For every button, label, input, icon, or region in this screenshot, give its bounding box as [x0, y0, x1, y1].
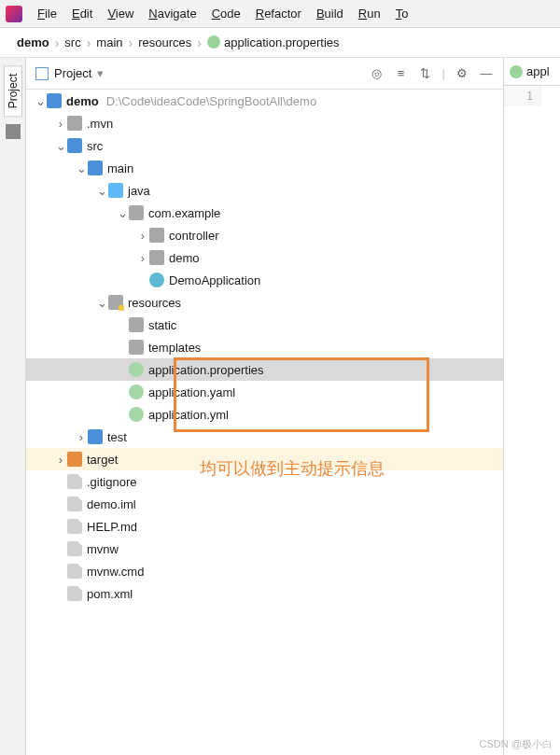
node-label: java	[128, 184, 150, 198]
tree-node[interactable]: demo.iml	[26, 493, 503, 515]
chevron-down-icon[interactable]: ⌄	[34, 94, 47, 108]
node-label: templates	[148, 341, 201, 355]
config-file-icon	[510, 65, 523, 78]
fold-lblue-icon	[108, 183, 123, 198]
tree-node[interactable]: templates	[26, 336, 503, 358]
panel-title[interactable]: Project	[54, 66, 91, 80]
menubar: FileEditViewNavigateCodeRefactorBuildRun…	[0, 0, 560, 28]
dropdown-icon[interactable]: ▾	[97, 66, 104, 80]
tree-arrow-icon[interactable]: ›	[54, 117, 67, 131]
project-tool-tab[interactable]: Project	[4, 65, 22, 117]
node-label: controller	[169, 229, 218, 243]
fold-grey-icon	[149, 228, 164, 243]
node-label: resources	[128, 296, 181, 310]
chevron-right-icon: ›	[87, 35, 91, 50]
breadcrumb-item[interactable]: application.properties	[203, 34, 343, 51]
tree-body[interactable]: ⌄ demo D:\Code\ideaCode\SpringBootAll\de…	[26, 90, 503, 755]
tree-node[interactable]: ⌄com.example	[26, 202, 503, 224]
menu-file[interactable]: File	[30, 3, 64, 24]
breadcrumb-item[interactable]: main	[92, 34, 126, 51]
target-icon[interactable]: ◎	[370, 66, 385, 81]
chevron-right-icon: ›	[129, 35, 133, 50]
file-grey-icon	[67, 541, 82, 556]
file-grey-icon	[67, 496, 82, 511]
fold-blue-icon	[88, 429, 103, 444]
breadcrumb: demo › src › main › resources › applicat…	[0, 28, 560, 58]
hide-icon[interactable]: —	[479, 66, 494, 81]
tab-label: appl	[526, 64, 550, 78]
file-grey-icon	[67, 564, 82, 579]
tree-node[interactable]: ›test	[26, 426, 503, 448]
menu-view[interactable]: View	[100, 3, 141, 24]
tree-root[interactable]: ⌄ demo D:\Code\ideaCode\SpringBootAll\de…	[26, 90, 503, 112]
menu-edit[interactable]: Edit	[64, 3, 100, 24]
tree-arrow-icon[interactable]: ⌄	[95, 184, 108, 198]
tree-node[interactable]: ⌄main	[26, 157, 503, 179]
tree-arrow-icon[interactable]: ›	[136, 251, 149, 265]
tree-node[interactable]: application.yml	[26, 403, 503, 426]
tree-arrow-icon[interactable]: ›	[54, 453, 67, 467]
file-grey-icon	[67, 519, 82, 534]
app-icon	[6, 6, 22, 22]
tree-node[interactable]: mvnw	[26, 538, 503, 560]
tree-node[interactable]: ›controller	[26, 224, 503, 246]
tree-node[interactable]: ⌄src	[26, 134, 503, 157]
tree-arrow-icon[interactable]: ⌄	[116, 206, 129, 220]
tree-node[interactable]: application.properties	[26, 358, 503, 381]
tree-node[interactable]: ›demo	[26, 246, 503, 269]
collapse-all-icon[interactable]: ⇅	[418, 66, 433, 81]
fold-res-icon	[108, 295, 123, 310]
node-label: mvnw.cmd	[87, 565, 144, 579]
menu-run[interactable]: Run	[351, 3, 388, 24]
file-cfg-icon	[129, 384, 144, 399]
node-label: demo	[169, 251, 200, 265]
tree-arrow-icon[interactable]: ›	[136, 229, 149, 243]
tree-arrow-icon[interactable]: ⌄	[95, 296, 108, 310]
tree-arrow-icon[interactable]: ⌄	[54, 139, 67, 153]
tree-node[interactable]: static	[26, 314, 503, 336]
root-path: D:\Code\ideaCode\SpringBootAll\demo	[106, 94, 316, 108]
tree-node[interactable]: ⌄java	[26, 179, 503, 202]
tree-node[interactable]: mvnw.cmd	[26, 560, 503, 582]
tree-node[interactable]: pom.xml	[26, 582, 503, 605]
editor-panel: appl 1	[504, 58, 560, 755]
structure-icon[interactable]	[6, 124, 21, 139]
tree-node[interactable]: DemoApplication	[26, 269, 503, 291]
node-label: application.properties	[148, 363, 264, 377]
node-label: .gitignore	[87, 475, 136, 489]
expand-all-icon[interactable]: ≡	[394, 66, 409, 81]
tree-header: Project ▾ ◎ ≡ ⇅ | ⚙ —	[26, 58, 503, 90]
editor-tab[interactable]: appl	[504, 58, 560, 86]
menu-refactor[interactable]: Refactor	[248, 3, 309, 24]
tree-arrow-icon[interactable]: ⌄	[75, 161, 88, 175]
fold-blue-icon	[67, 138, 82, 153]
tree-node[interactable]: ⌄resources	[26, 291, 503, 314]
root-name: demo	[66, 94, 99, 108]
breadcrumb-item[interactable]: src	[61, 34, 84, 51]
menu-navigate[interactable]: Navigate	[141, 3, 203, 24]
fold-grey-icon	[129, 317, 144, 332]
node-label: src	[87, 139, 103, 153]
node-label: application.yml	[148, 408, 229, 422]
tree-node[interactable]: application.yaml	[26, 381, 503, 403]
gear-icon[interactable]: ⚙	[455, 66, 469, 81]
chevron-right-icon: ›	[197, 35, 202, 50]
breadcrumb-root[interactable]: demo	[13, 34, 53, 51]
annotation-text: 均可以做到主动提示信息	[200, 457, 385, 480]
tree-node[interactable]: HELP.md	[26, 515, 503, 538]
file-cfg-icon	[129, 362, 144, 377]
fold-orange-icon	[67, 452, 82, 467]
breadcrumb-item[interactable]: resources	[134, 34, 195, 51]
node-label: test	[107, 430, 127, 444]
file-grey-icon	[67, 474, 82, 489]
menu-code[interactable]: Code	[204, 3, 248, 24]
fold-grey-icon	[129, 340, 144, 355]
tree-arrow-icon[interactable]: ›	[75, 430, 88, 444]
node-label: DemoApplication	[169, 273, 260, 287]
chevron-right-icon: ›	[55, 35, 60, 50]
class-icon-icon	[149, 273, 164, 287]
tool-window-bar: Project	[0, 58, 26, 755]
menu-build[interactable]: Build	[309, 3, 351, 24]
menu-to[interactable]: To	[388, 3, 416, 24]
tree-node[interactable]: ›.mvn	[26, 112, 503, 134]
